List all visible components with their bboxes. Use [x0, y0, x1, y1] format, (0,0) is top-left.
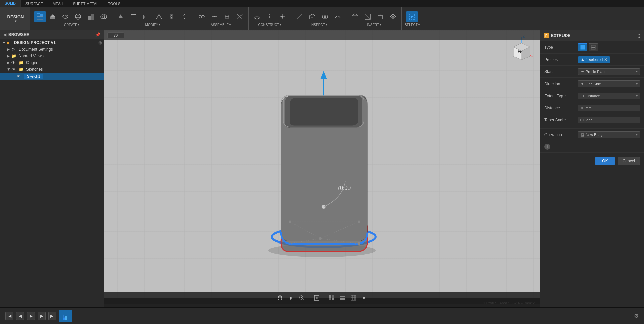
visibility-icon[interactable]: ◎ [98, 40, 102, 45]
ok-button[interactable]: OK [595, 157, 614, 165]
settings-gear-icon[interactable]: ⚙ [634, 313, 639, 319]
select-label[interactable]: SELECT ▾ [405, 23, 420, 27]
modify-label[interactable]: MODIFY ▾ [145, 23, 160, 27]
tree-item-sketches[interactable]: ▼ 👁 📁 Sketches [0, 66, 104, 73]
canvas-icon[interactable] [362, 11, 373, 22]
sphere-icon[interactable] [72, 11, 84, 22]
display-settings-icon[interactable] [338, 293, 347, 302]
direction-caret-icon: ▾ [636, 82, 638, 86]
play-btn[interactable]: ▶ [27, 312, 35, 320]
thread-icon[interactable] [166, 11, 177, 22]
svg-rect-80 [581, 134, 584, 136]
toolbar-divider [309, 294, 309, 301]
sketch-visibility-icon: 👁 [17, 74, 23, 79]
zoom-input[interactable]: 70 [107, 32, 124, 38]
inspect-label[interactable]: INSPECT ▾ [310, 23, 327, 27]
draft-icon[interactable] [153, 11, 165, 22]
zoom-icon[interactable] [297, 293, 306, 302]
tab-tools[interactable]: TOOLS [103, 0, 125, 7]
measure-icon[interactable] [294, 11, 305, 22]
info-icon[interactable]: i [544, 144, 550, 150]
tab-surface[interactable]: SURFACE [21, 0, 48, 7]
svg-icon[interactable] [387, 11, 399, 22]
offset-plane-icon[interactable] [251, 11, 263, 22]
expand-icon: ▼ [2, 40, 7, 45]
grid-toggle-icon[interactable] [348, 293, 358, 302]
tab-solid[interactable]: SOLID [0, 0, 21, 7]
contact-icon[interactable] [234, 11, 246, 22]
curvature-icon[interactable] [332, 11, 343, 22]
viewport-more-btn[interactable]: ⋮ [126, 33, 130, 38]
svg-rect-47 [378, 16, 383, 19]
direction-dropdown[interactable]: One Side ▾ [578, 80, 640, 87]
section-analysis-icon[interactable] [307, 11, 318, 22]
extent-type-row: Extent Type Distance ▾ [540, 90, 644, 102]
create-label[interactable]: CREATE ▾ [64, 23, 79, 27]
first-frame-btn[interactable]: |◀ [5, 312, 13, 320]
point-icon[interactable] [277, 11, 288, 22]
more-view-options-icon[interactable]: ▼ [359, 293, 369, 302]
distance-input[interactable]: 70 mm [578, 105, 640, 111]
motion-link-icon[interactable] [209, 11, 220, 22]
assemble-label[interactable]: ASSEMBLE ▾ [211, 23, 231, 27]
axis-icon[interactable] [264, 11, 275, 22]
inspect-group: INSPECT ▾ [291, 7, 346, 30]
type-row: Type [540, 41, 644, 54]
last-frame-btn[interactable]: ▶| [48, 312, 56, 320]
align-icon[interactable] [221, 11, 233, 22]
operation-dropdown[interactable]: New Body ▾ [578, 131, 640, 138]
construct-label[interactable]: CONSTRUCT ▾ [258, 23, 281, 27]
type-solid-btn[interactable] [578, 43, 587, 51]
insert-mesh-icon[interactable] [349, 11, 361, 22]
taper-angle-input[interactable]: 0.0 deg [578, 117, 640, 123]
next-frame-btn[interactable]: ▶ [38, 312, 46, 320]
sketch1-chip[interactable]: Sketch1 [24, 74, 43, 79]
insert-label[interactable]: INSERT ▾ [367, 23, 381, 27]
look-at-icon[interactable] [312, 293, 321, 302]
corner-dot-3 [319, 237, 322, 240]
3d-viewport[interactable]: 70.00 Z FRONT [104, 30, 540, 307]
tree-item-sketch1[interactable]: 👁 Sketch1 [0, 73, 104, 80]
tab-mesh[interactable]: MESH [48, 0, 68, 7]
svg-marker-74 [582, 71, 584, 73]
joint-icon[interactable] [196, 11, 207, 22]
fillet-icon[interactable] [128, 11, 139, 22]
prev-frame-btn[interactable]: ◀ [16, 312, 24, 320]
up-arrow[interactable] [320, 71, 327, 95]
select-group: SELECT ▾ [402, 7, 422, 30]
new-component-icon[interactable] [34, 11, 46, 22]
push-pull-icon[interactable] [115, 11, 126, 22]
profiles-chip[interactable]: 1 selected ✕ [578, 56, 610, 63]
type-thin-btn[interactable] [589, 43, 598, 51]
orbit-icon[interactable] [275, 293, 285, 302]
sidebar-collapse-btn[interactable]: ◀ [3, 32, 6, 37]
start-dropdown[interactable]: Profile Plane ▾ [578, 68, 640, 75]
svg-marker-16 [156, 14, 162, 19]
handle-circle[interactable] [322, 205, 326, 209]
decal-icon[interactable] [375, 11, 386, 22]
extrude-tool-icon[interactable] [47, 11, 58, 22]
tree-item-named-views[interactable]: ▶ 📁 Named Views [0, 53, 104, 59]
interference-icon[interactable] [319, 11, 331, 22]
profiles-clear-btn[interactable]: ✕ [604, 57, 607, 62]
shell-icon[interactable] [141, 11, 152, 22]
tree-item-doc-settings[interactable]: ▶ ⚙ Document Settings [0, 46, 104, 53]
combine-icon[interactable] [98, 11, 109, 22]
sidebar-pin-icon[interactable]: 📌 [95, 32, 100, 37]
pan-icon[interactable] [286, 293, 296, 302]
revolve-icon[interactable] [60, 11, 71, 22]
tree-item-origin[interactable]: ▶ 👁 📁 Origin [0, 59, 104, 66]
select-tool-icon[interactable] [406, 11, 418, 22]
timeline-preview[interactable] [59, 310, 72, 322]
extent-type-dropdown[interactable]: Distance ▾ [578, 93, 640, 99]
cancel-button[interactable]: Cancel [618, 157, 640, 165]
panel-expand-btn[interactable]: ⟫ [638, 33, 641, 38]
tab-sheet-metal[interactable]: SHEET METAL [68, 0, 103, 7]
design-dropdown[interactable]: DESIGN ▾ [0, 7, 30, 30]
operation-row: Operation New Body ▾ [540, 129, 644, 141]
construct-caret-icon: ▾ [280, 23, 281, 26]
view-mode-icon[interactable] [327, 293, 336, 302]
pattern-icon[interactable] [85, 11, 97, 22]
move-icon[interactable] [179, 11, 190, 22]
tree-item-project[interactable]: ▼ ■ DESIGN PROJECT V1 ◎ [0, 39, 104, 46]
